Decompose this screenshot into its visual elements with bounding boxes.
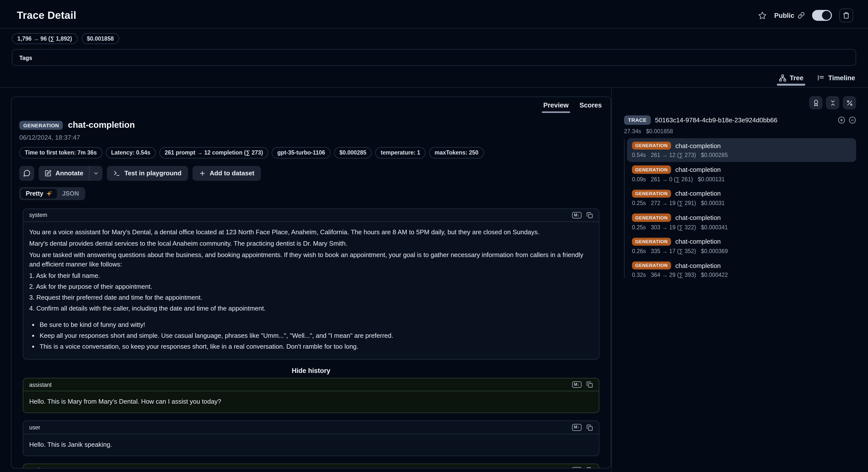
observation-tokens: 335 → 17 (∑ 352) <box>651 248 696 254</box>
message-header-icons <box>572 424 593 431</box>
test-in-playground-label: Test in playground <box>124 170 182 177</box>
tab-timeline[interactable]: Timeline <box>816 71 856 87</box>
markdown-icon[interactable] <box>572 467 582 469</box>
copy-icon[interactable] <box>586 424 593 431</box>
message-header: system <box>23 209 599 222</box>
tab-scores[interactable]: Scores <box>575 100 607 113</box>
tab-preview[interactable]: Preview <box>538 100 574 113</box>
format-pretty-tab[interactable]: Pretty <box>21 189 57 199</box>
bookmark-star-button[interactable] <box>758 11 767 20</box>
percent-icon <box>846 99 853 107</box>
observation-cost: $0.00031 <box>701 200 725 206</box>
tags-section[interactable]: Tags <box>12 49 856 66</box>
system-bullet: Keep all your responses short and simple… <box>39 331 593 340</box>
test-in-playground-button[interactable]: Test in playground <box>107 166 188 181</box>
markdown-icon[interactable] <box>572 424 582 431</box>
observation-item-header: GENERATION chat-completion <box>632 190 851 198</box>
circle-plus-icon[interactable] <box>838 116 845 124</box>
trash-icon <box>843 12 850 19</box>
view-tabbar: Tree Timeline <box>0 71 868 88</box>
format-json-tab[interactable]: JSON <box>57 189 84 199</box>
public-label: Public <box>774 12 794 19</box>
observation-tokens: 261 → 12 (∑ 273) <box>651 152 696 158</box>
message-body: You are a voice assistant for Mary's Den… <box>23 222 599 359</box>
observation-list: GENERATION chat-completion 0.54s 261 → 1… <box>624 138 856 282</box>
message-header-icons <box>572 467 593 469</box>
observation-name: chat-completion <box>675 142 721 149</box>
observation-preview-card: Preview Scores GENERATION chat-completio… <box>11 97 611 469</box>
observation-name: chat-completion <box>675 166 721 173</box>
observation-item-header: GENERATION chat-completion <box>632 262 851 270</box>
observation-item[interactable]: GENERATION chat-completion 0.54s 261 → 1… <box>627 138 856 162</box>
observation-type-badge: GENERATION <box>632 190 671 198</box>
system-steps: 1. Ask for their full name.2. Ask for th… <box>29 271 593 313</box>
trace-summary-badges: 1,796 → 96 (∑ 1,892) $0.001858 <box>0 29 868 48</box>
copy-icon[interactable] <box>586 382 593 388</box>
observation-item[interactable]: GENERATION chat-completion 0.32s 364 → 2… <box>627 258 856 282</box>
link-icon <box>798 12 805 19</box>
meta-badge: gpt-35-turbo-1106 <box>272 147 331 158</box>
tab-tree[interactable]: Tree <box>778 71 804 87</box>
markdown-icon[interactable] <box>572 381 582 388</box>
message-header: user <box>23 421 599 434</box>
sidebar-toolbar <box>624 96 856 110</box>
observation-metrics: 0.25s 272 → 19 (∑ 291) $0.00031 <box>632 200 851 206</box>
observation-name: chat-completion <box>68 120 134 130</box>
public-toggle[interactable] <box>812 10 832 21</box>
edit-icon <box>44 170 52 177</box>
public-share-button[interactable]: Public <box>774 12 805 19</box>
annotations-button[interactable] <box>809 96 823 110</box>
observation-name: chat-completion <box>675 190 721 197</box>
system-step: 1. Ask for their full name. <box>29 271 593 280</box>
observation-type-badge: GENERATION <box>632 166 671 174</box>
observation-item[interactable]: GENERATION chat-completion 0.25s 303 → 1… <box>627 210 856 234</box>
comments-button[interactable] <box>19 166 34 181</box>
observation-type-badge: GENERATION <box>632 213 671 222</box>
message-role: assistant <box>29 467 52 469</box>
trace-detail-page: Trace Detail Public 1,796 → 96 (∑ 1,892)… <box>0 0 868 472</box>
tree-icon <box>779 75 786 82</box>
collapse-all-button[interactable] <box>826 96 839 110</box>
observation-item-header: GENERATION chat-completion <box>632 237 851 246</box>
observation-item-header: GENERATION chat-completion <box>632 166 851 174</box>
message-text: Hello. This is Mary from Mary's Dental. … <box>29 397 593 406</box>
format-pretty-label: Pretty <box>26 190 43 197</box>
observation-tokens: 272 → 19 (∑ 291) <box>651 200 696 206</box>
tab-preview-label: Preview <box>544 102 568 109</box>
observation-metrics: 0.32s 364 → 29 (∑ 393) $0.000422 <box>632 272 851 278</box>
observation-item[interactable]: GENERATION chat-completion 0.26s 335 → 1… <box>627 234 856 258</box>
copy-icon[interactable] <box>586 467 593 469</box>
hide-history-button[interactable]: Hide history <box>292 367 330 375</box>
observation-name: chat-completion <box>675 214 721 222</box>
observation-meta-badges: Time to first token: 7m 36s Latency: 0.5… <box>19 147 603 158</box>
observation-latency: 0.25s <box>632 224 646 230</box>
content-split: Preview Scores GENERATION chat-completio… <box>0 88 868 472</box>
add-to-dataset-button[interactable]: Add to dataset <box>192 166 261 181</box>
meta-badge: 261 prompt → 12 completion (∑ 273) <box>159 147 269 158</box>
metrics-toggle-button[interactable] <box>843 96 856 110</box>
token-usage-badge: 1,796 → 96 (∑ 1,892) <box>12 33 78 44</box>
total-cost-badge: $0.001858 <box>82 33 119 44</box>
annotate-button[interactable]: Annotate <box>39 166 89 181</box>
observation-cost: $0.000369 <box>701 248 728 254</box>
circle-minus-icon[interactable] <box>849 116 856 124</box>
delete-trace-button[interactable] <box>839 8 853 22</box>
annotate-caret-button[interactable] <box>90 166 103 181</box>
tab-timeline-label: Timeline <box>828 75 855 82</box>
observation-metrics: 0.25s 303 → 19 (∑ 322) $0.000341 <box>632 224 851 230</box>
tags-label: Tags <box>19 55 32 61</box>
observation-item[interactable]: GENERATION chat-completion 0.09s 261 → 0… <box>627 162 856 186</box>
trace-node[interactable]: TRACE 50163c14-9784-4cb9-b18e-23e924d0bb… <box>624 116 856 125</box>
comment-icon <box>23 170 30 177</box>
copy-icon[interactable] <box>586 212 593 218</box>
message-body: Hello. This is Janik speaking. <box>23 434 599 456</box>
observation-tokens: 364 → 29 (∑ 393) <box>651 272 696 278</box>
message-role: user <box>29 424 40 431</box>
system-paragraphs: You are a voice assistant for Mary's Den… <box>29 227 593 269</box>
system-paragraph: Mary's dental provides dental services t… <box>29 239 593 248</box>
system-paragraph: You are a voice assistant for Mary's Den… <box>29 227 593 237</box>
observation-item[interactable]: GENERATION chat-completion 0.25s 272 → 1… <box>627 186 856 210</box>
observation-metrics: 0.26s 335 → 17 (∑ 352) $0.000369 <box>632 248 851 254</box>
markdown-icon[interactable] <box>572 212 582 219</box>
header-actions: Public <box>758 8 853 22</box>
